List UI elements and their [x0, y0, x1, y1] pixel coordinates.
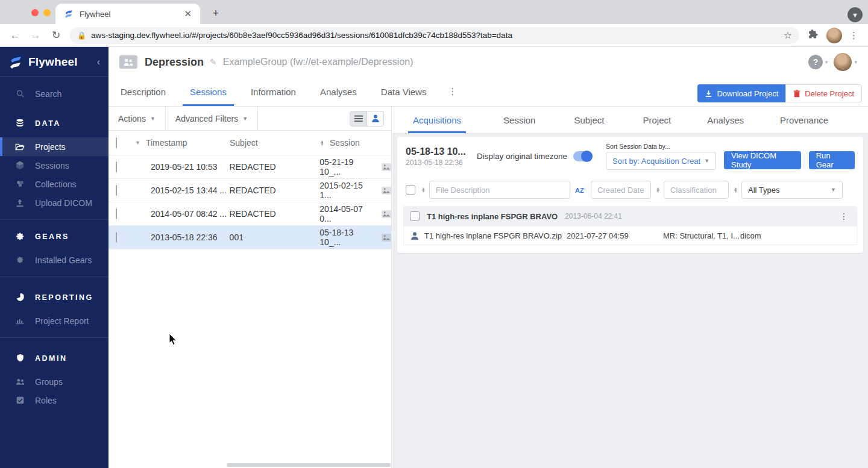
- subject-view-button[interactable]: [367, 111, 383, 126]
- row-checkbox[interactable]: [116, 208, 117, 219]
- tab-analyses[interactable]: Analyses: [705, 107, 746, 133]
- sidebar-item-installed-gears[interactable]: Installed Gears: [0, 251, 108, 269]
- image-thumbnail-icon[interactable]: [382, 210, 391, 218]
- row-checkbox[interactable]: [116, 161, 117, 172]
- sidebar-item-search[interactable]: Search: [0, 84, 108, 103]
- minimize-window-button[interactable]: [43, 9, 51, 16]
- file-date: 2021-07-27 04:59: [567, 231, 663, 240]
- sidebar-item-label: Project Report: [35, 316, 89, 326]
- actions-dropdown[interactable]: Actions▼: [108, 107, 166, 130]
- sidebar-item-collections[interactable]: Collections: [0, 175, 108, 193]
- sidebar-item-roles[interactable]: Roles: [0, 391, 108, 410]
- sidebar-item-project-report[interactable]: Project Report: [0, 311, 108, 330]
- reload-button[interactable]: ↻: [46, 29, 66, 42]
- run-gear-button[interactable]: Run Gear: [809, 151, 855, 169]
- sidebar-item-groups[interactable]: Groups: [0, 372, 108, 391]
- select-all-files-checkbox[interactable]: [406, 185, 415, 195]
- column-timestamp[interactable]: ▼ Timestamp: [135, 138, 230, 148]
- sidebar-item-label: Sessions: [35, 161, 69, 170]
- image-thumbnail-icon[interactable]: [382, 163, 391, 171]
- project-header: Depression ✎ ExampleGroup (fw://et-examp…: [108, 47, 868, 77]
- close-window-button[interactable]: [31, 9, 39, 16]
- column-subject[interactable]: Subject: [230, 138, 320, 148]
- sidebar-brand[interactable]: Flywheel ‹: [0, 47, 108, 77]
- session-row-selected[interactable]: 2013-05-18 22:36 001 05-18-13 10_...: [108, 226, 391, 249]
- view-toggle-group: [350, 111, 384, 126]
- tab-project[interactable]: Project: [640, 107, 673, 133]
- timezone-label: Display original timezone: [477, 152, 567, 161]
- help-button[interactable]: ?: [808, 55, 823, 69]
- select-all-checkbox[interactable]: [116, 137, 117, 148]
- file-row[interactable]: T1 high-res inplane FSPGR BRAVO.zip 2021…: [404, 226, 857, 245]
- sort-desc-icon: ▼: [135, 140, 140, 146]
- edit-pencil-icon[interactable]: ✎: [210, 57, 217, 67]
- sort-updown-icon[interactable]: ▲▼: [656, 187, 660, 193]
- back-button[interactable]: ←: [5, 30, 25, 42]
- tab-sessions[interactable]: Sessions: [187, 77, 229, 106]
- forward-button[interactable]: →: [25, 30, 46, 42]
- project-path: ExampleGroup (fw://et-example/Depression…: [223, 57, 808, 67]
- acquisition-checkbox[interactable]: [410, 211, 420, 221]
- tab-data-views[interactable]: Data Views: [379, 77, 429, 106]
- delete-project-button[interactable]: Delete Project: [785, 84, 862, 102]
- browser-profile-avatar[interactable]: [826, 28, 842, 43]
- sort-by-select[interactable]: Sort by: Acquisition Create... ▼: [606, 152, 716, 170]
- gear-small-icon: [14, 256, 25, 264]
- image-thumbnail-icon[interactable]: [382, 234, 391, 242]
- row-checkbox[interactable]: [116, 232, 117, 243]
- session-timestamp: 2013-05-18 22:36: [406, 158, 470, 167]
- advanced-filters-dropdown[interactable]: Advanced Filters▼: [166, 107, 258, 130]
- tab-analyses[interactable]: Analyses: [318, 77, 359, 106]
- tab-search-button[interactable]: ▼: [848, 7, 863, 22]
- user-caret-icon: ▾: [854, 59, 857, 65]
- browser-menu-icon[interactable]: ⋮: [849, 30, 859, 41]
- tabs-overflow-icon[interactable]: ⋮: [448, 86, 457, 97]
- check-square-icon: [14, 396, 25, 404]
- user-avatar[interactable]: [834, 53, 852, 71]
- row-subject: 001: [230, 232, 320, 242]
- tab-acquisitions[interactable]: Acquisitions: [410, 107, 464, 133]
- tab-information[interactable]: Information: [248, 77, 298, 106]
- sidebar-collapse-icon[interactable]: ‹: [97, 57, 100, 67]
- classification-input[interactable]: [664, 181, 729, 199]
- file-type-select[interactable]: All Types ▼: [741, 181, 843, 199]
- bookmark-star-icon[interactable]: ☆: [784, 30, 792, 41]
- row-checkbox[interactable]: [116, 185, 117, 196]
- sidebar-item-upload-dicom[interactable]: Upload DICOM: [0, 193, 108, 212]
- sessions-list-panel: Actions▼ Advanced Filters▼ ▼ Timestamp S…: [108, 107, 392, 468]
- extensions-icon[interactable]: [808, 29, 818, 42]
- list-view-button[interactable]: [350, 111, 366, 126]
- sort-alpha-icon[interactable]: AZ↓: [575, 186, 586, 194]
- collections-icon: [14, 180, 25, 188]
- acquisition-menu-icon[interactable]: ⋮: [837, 211, 851, 221]
- image-thumbnail-icon[interactable]: [382, 187, 391, 195]
- horizontal-scrollbar[interactable]: [227, 463, 391, 467]
- sidebar-item-sessions[interactable]: Sessions: [0, 156, 108, 175]
- created-date-input[interactable]: [591, 181, 651, 199]
- timezone-toggle[interactable]: [573, 151, 593, 161]
- sessions-table-header: ▼ Timestamp Subject ▲▼ Session: [108, 131, 391, 155]
- acquisition-header-row[interactable]: T1 high-res inplane FSPGR BRAVO 2013-06-…: [404, 207, 857, 226]
- gear-icon: [14, 232, 25, 241]
- tab-subject[interactable]: Subject: [571, 107, 606, 133]
- view-dicom-study-button[interactable]: View DICOM Study: [724, 151, 801, 169]
- tab-provenance[interactable]: Provenance: [778, 107, 831, 133]
- sort-updown-icon[interactable]: ▲▼: [734, 187, 738, 193]
- address-bar[interactable]: 🔒 aws-staging.dev.flywheel.io/#/projects…: [70, 27, 799, 44]
- browser-tab[interactable]: Flywheel ✕: [55, 4, 200, 24]
- download-project-button[interactable]: Download Project: [697, 84, 785, 102]
- tab-description[interactable]: Description: [118, 77, 168, 106]
- tab-session[interactable]: Session: [501, 107, 538, 133]
- folder-open-icon: [14, 143, 25, 151]
- brand-name: Flywheel: [28, 55, 97, 69]
- new-tab-button[interactable]: +: [209, 7, 223, 20]
- sort-updown-icon[interactable]: ▲▼: [421, 187, 426, 193]
- session-row[interactable]: 2019-05-21 10:53 REDACTED 05-21-19 10_..…: [108, 155, 391, 179]
- tab-close-icon[interactable]: ✕: [181, 8, 194, 19]
- column-session[interactable]: ▲▼ Session: [320, 138, 374, 148]
- sidebar-item-projects[interactable]: Projects: [0, 137, 108, 156]
- sidebar-item-label: Roles: [35, 396, 57, 405]
- session-row[interactable]: 2014-05-07 08:42 ... REDACTED 2014-05-07…: [108, 202, 391, 226]
- file-description-input[interactable]: [429, 181, 570, 199]
- session-row[interactable]: 2015-02-15 13:44 ... REDACTED 2015-02-15…: [108, 179, 391, 202]
